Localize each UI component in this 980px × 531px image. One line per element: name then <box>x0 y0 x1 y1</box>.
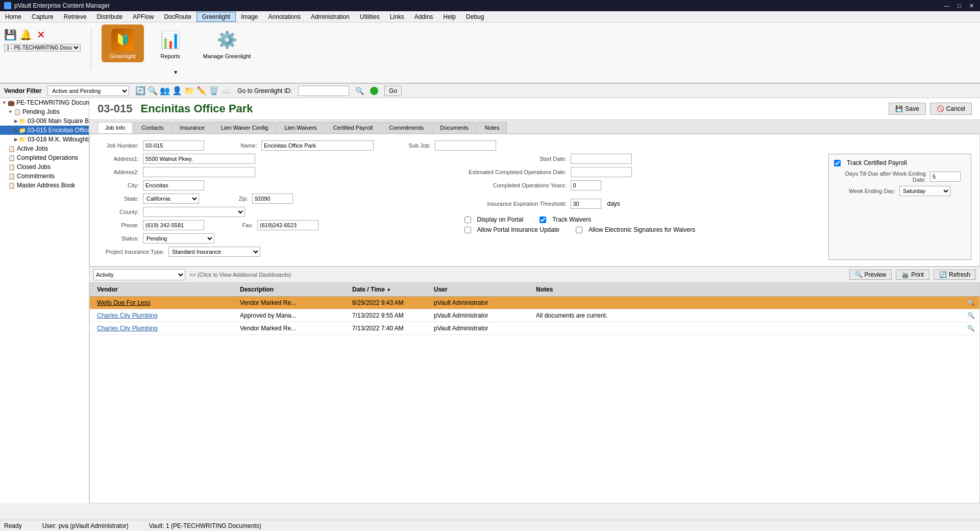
filter-icon-5[interactable]: 📁 <box>184 86 194 95</box>
tab-commitments[interactable]: Commitments <box>381 122 431 133</box>
sidebar-master-address-label: Master Address Book <box>17 182 75 189</box>
go-button[interactable]: Go <box>384 86 402 96</box>
reports-ribbon-button[interactable]: 📊 Reports <box>152 25 189 62</box>
ribbon-bell-button[interactable]: 🔔 <box>19 29 32 41</box>
tab-job-info[interactable]: Job Info <box>97 122 133 133</box>
zip-input[interactable] <box>252 194 293 204</box>
city-input[interactable] <box>143 180 204 190</box>
cancel-button[interactable]: 🚫 Cancel <box>930 103 972 115</box>
ribbon-close-button[interactable]: ✕ <box>35 29 47 41</box>
activity-select[interactable]: Activity <box>93 269 185 280</box>
display-portal-label: Display on Portal <box>477 216 524 223</box>
county-select[interactable] <box>143 207 245 217</box>
vendor-link-3[interactable]: Charles City Plumbing <box>97 325 158 332</box>
sidebar-root[interactable]: ▼ 💼 PE-TECHWRITING Documents <box>0 98 89 107</box>
filter-icon-2[interactable]: 🔍 <box>148 86 158 95</box>
name-input[interactable] <box>261 140 374 151</box>
close-button[interactable]: ✕ <box>967 3 976 9</box>
row-action-icon-2[interactable]: 🔍 <box>967 312 975 319</box>
tab-notes[interactable]: Notes <box>477 122 507 133</box>
sidebar-item-03018[interactable]: ▶ 📁 03-018 M.K. Willoughb <box>0 135 89 144</box>
row-action-icon-3[interactable]: 🔍 <box>967 325 975 332</box>
track-waivers-checkbox[interactable] <box>540 216 546 223</box>
sidebar-item-pending-jobs[interactable]: ▼ 📋 Pending Jobs <box>0 107 89 116</box>
filter-icon-6[interactable]: ✏️ <box>197 86 207 95</box>
address2-input[interactable] <box>143 167 255 177</box>
filter-select[interactable]: Active and Pending <box>47 86 129 96</box>
start-date-input[interactable] <box>571 154 632 164</box>
vendor-link-1[interactable]: Wells Due For Less <box>97 299 150 306</box>
menu-home[interactable]: Home <box>0 12 27 21</box>
menu-distribute[interactable]: Distribute <box>91 12 128 21</box>
address1-input[interactable] <box>143 154 255 164</box>
tab-insurance[interactable]: Insurance <box>173 122 212 133</box>
ribbon-save-button[interactable]: 💾 <box>4 29 16 41</box>
menu-addins[interactable]: Addins <box>409 12 438 21</box>
track-certified-checkbox[interactable] <box>834 160 841 166</box>
print-button[interactable]: 🖨️ Print <box>896 270 929 280</box>
sidebar-item-master-address[interactable]: 📋 Master Address Book <box>0 181 89 190</box>
menu-apflow[interactable]: APFlow <box>128 12 159 21</box>
sidebar-item-closed-jobs[interactable]: 📋 Closed Jobs <box>0 162 89 172</box>
menu-retrieve[interactable]: Retrieve <box>59 12 92 21</box>
week-ending-select[interactable]: Saturday Sunday Monday <box>899 186 950 196</box>
tab-contacts[interactable]: Contacts <box>134 122 171 133</box>
state-select[interactable]: California <box>143 194 199 204</box>
menu-help[interactable]: Help <box>438 12 461 21</box>
filter-icon-3[interactable]: 👥 <box>160 86 170 95</box>
sub-job-input[interactable] <box>435 140 496 151</box>
status-select[interactable]: Pending Active <box>143 233 214 244</box>
days-till-due-input[interactable] <box>930 172 961 182</box>
completed-years-input[interactable] <box>571 180 601 190</box>
phone-input[interactable] <box>143 220 204 230</box>
sidebar-item-03015[interactable]: ▶ 📁 03-015 Encinitas Office <box>0 126 89 135</box>
menu-utilities[interactable]: Utilities <box>355 12 385 21</box>
dashboard-bar: Activity << (Click to View Additional Da… <box>89 267 980 282</box>
row-action-icon-1[interactable]: 🔍 <box>967 299 975 306</box>
job-number-input[interactable] <box>143 140 204 151</box>
datetime-sort-icon[interactable]: ▼ <box>386 287 391 293</box>
menu-capture[interactable]: Capture <box>27 12 59 21</box>
est-completed-input[interactable] <box>571 167 632 177</box>
goto-search-icon[interactable]: 🔍 <box>355 87 364 95</box>
tab-certified-payroll[interactable]: Certified Payroll <box>326 122 381 133</box>
tab-documents[interactable]: Documents <box>432 122 476 133</box>
refresh-button[interactable]: 🔄 Refresh <box>934 270 976 280</box>
menu-annotations[interactable]: Annotations <box>263 12 306 21</box>
allow-electronic-checkbox[interactable] <box>576 227 582 233</box>
filter-icon-1[interactable]: 🔄 <box>135 86 145 95</box>
menu-greenlight[interactable]: Greenlight <box>197 12 236 22</box>
maximize-button[interactable]: □ <box>955 3 963 9</box>
sidebar-item-active-jobs[interactable]: 📋 Active Jobs <box>0 144 89 153</box>
menu-image[interactable]: Image <box>236 12 263 21</box>
project-insurance-label: Project Insurance Type: <box>98 249 164 255</box>
form-row-start-date: Start Date: <box>464 154 815 164</box>
form-row-phone: Phone: Fax: <box>98 220 448 230</box>
insurance-threshold-input[interactable] <box>571 199 601 209</box>
filter-icon-7[interactable]: 🗑️ <box>209 86 219 95</box>
doc-dropdown[interactable]: 1 - PE-TECHWRITING Documer <box>4 44 81 52</box>
save-button[interactable]: 💾 Save <box>889 103 925 115</box>
sidebar-item-03006[interactable]: ▶ 📁 03-006 Main Square B <box>0 116 89 126</box>
menu-debug[interactable]: Debug <box>461 12 489 21</box>
menu-links[interactable]: Links <box>385 12 409 21</box>
sidebar-item-completed-ops[interactable]: 📋 Completed Operations <box>0 153 89 162</box>
display-portal-checkbox[interactable] <box>464 216 471 223</box>
filter-icon-4[interactable]: 👤 <box>172 86 182 95</box>
page-title-area: 03-015 Encinitas Office Park <box>97 102 253 115</box>
vendor-link-2[interactable]: Charles City Plumbing <box>97 312 158 319</box>
project-insurance-select[interactable]: Standard Insurance <box>168 247 260 257</box>
sidebar-item-commitments[interactable]: 📋 Commitments <box>0 172 89 181</box>
tab-lien-waiver-config[interactable]: Lien Waiver Config <box>213 122 276 133</box>
allow-portal-checkbox[interactable] <box>464 227 471 233</box>
menu-docroute[interactable]: DocRoute <box>159 12 196 21</box>
preview-button[interactable]: 🔍 Preview <box>849 270 892 280</box>
minimize-button[interactable]: — <box>942 3 951 9</box>
menu-administration[interactable]: Administration <box>306 12 355 21</box>
manage-greenlight-ribbon-button[interactable]: ⚙️ Manage Greenlight <box>197 25 257 62</box>
fax-input[interactable] <box>257 220 318 230</box>
tab-lien-waivers[interactable]: Lien Waivers <box>277 122 324 133</box>
filter-icon-8[interactable]: ☁️ <box>221 86 231 95</box>
goto-input[interactable] <box>298 86 349 96</box>
greenlight-ribbon-button[interactable]: 🔰 Greenlight <box>102 25 144 62</box>
